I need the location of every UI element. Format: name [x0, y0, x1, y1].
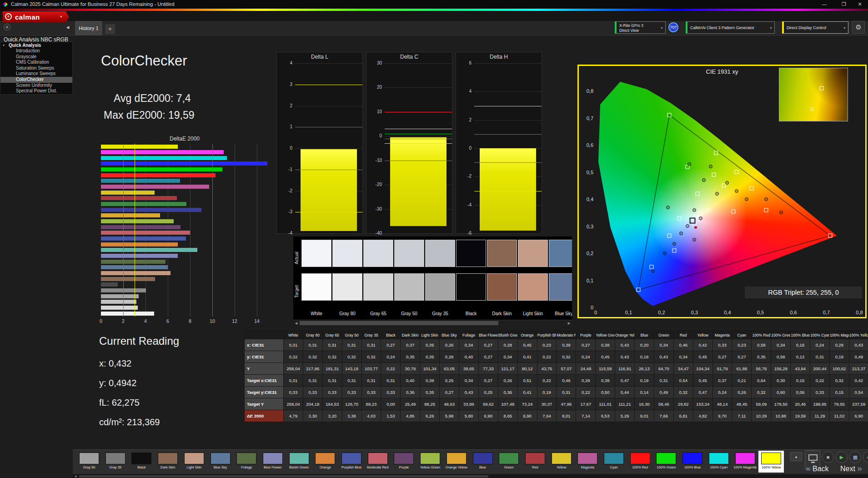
calman-logo[interactable]: ✳ calman ▼	[3, 11, 69, 22]
table-cell: 0,46	[557, 375, 576, 387]
table-cell: 26,13	[635, 363, 654, 375]
cie-target-square	[828, 234, 833, 238]
table-cell: 0,31	[284, 339, 303, 351]
patch-moderate-red[interactable]: Moderate Red	[365, 451, 391, 473]
patch-100-green[interactable]: 100% Green	[653, 451, 679, 473]
play-button[interactable]: ▶	[836, 451, 848, 463]
patch-blue-sky[interactable]: Blue Sky	[208, 451, 233, 473]
patch-yellow-green[interactable]: Yellow Green	[417, 451, 443, 473]
sidebar-item-cms-calibration[interactable]: CMS Calibration	[0, 60, 72, 65]
next-button[interactable]: Next »	[840, 463, 862, 475]
maximize-button[interactable]: ❐	[836, 0, 852, 9]
gear-icon[interactable]: ⚙	[852, 21, 865, 34]
swatch-label: Gray 50	[394, 311, 424, 316]
sidebar-item-root[interactable]: ▾Quick Analysis	[0, 42, 72, 48]
patch-light-skin[interactable]: Light Skin	[181, 451, 207, 473]
patch-orange[interactable]: Orange	[312, 451, 338, 473]
table-cell: 0,25	[478, 387, 498, 398]
patch-gray-35[interactable]: Gray 35	[103, 451, 128, 473]
table-cell: 0,32	[342, 351, 361, 363]
deltae-bar	[101, 161, 267, 166]
cie-target-square	[667, 113, 672, 117]
cie-target-square	[677, 216, 682, 220]
patch-swatch	[552, 453, 572, 464]
chevrons-left-icon: «	[806, 463, 811, 473]
stop-button[interactable]: ■	[822, 451, 834, 463]
patch-gray-50[interactable]: Gray 50	[76, 451, 102, 473]
table-cell: 0,33	[810, 387, 830, 398]
column-header: Blue Sky	[440, 331, 459, 339]
sidebar-item-spectral-power-dist-[interactable]: Spectral Power Dist.	[0, 88, 72, 94]
sidebar-item-luminance-sweeps[interactable]: Luminance Sweeps	[0, 71, 72, 77]
patch-cyan[interactable]: Cyan	[601, 451, 627, 473]
table-cell: 0,33	[712, 339, 732, 351]
table-cell: 103,77	[361, 363, 381, 375]
axis-tick-label: 12	[229, 318, 240, 324]
scrollbar-thumb[interactable]	[300, 321, 498, 325]
scroll-right-icon[interactable]: ▶	[566, 320, 572, 326]
patch-orange-yellow[interactable]: Orange Yellow	[444, 451, 469, 473]
patch-label: Blue Sky	[208, 466, 233, 469]
deltae-bar	[101, 225, 181, 229]
patch-black[interactable]: Black	[129, 451, 154, 473]
patch-red[interactable]: Red	[522, 451, 548, 473]
patch-100-blue[interactable]: 100% Blue	[680, 451, 705, 473]
table-cell: 88,25	[420, 398, 440, 410]
add-tab-button[interactable]: +	[105, 24, 115, 34]
table-cell: 237,59	[849, 398, 868, 410]
swatch-scrollbar[interactable]: ◀ ▶	[293, 320, 572, 326]
patch-foliage[interactable]: Foliage	[234, 451, 259, 473]
back-button[interactable]: « Back	[806, 463, 829, 475]
table-cell: 0,32	[303, 351, 322, 363]
patch-100-magenta[interactable]: 100% Magenta	[733, 451, 758, 473]
pattern-generator-dropdown[interactable]: CalMAN Client 3 Pattern Generator ▼	[686, 21, 775, 34]
sidebar-item-screen-uniformity[interactable]: Screen Uniformity	[0, 83, 72, 89]
patch-label: Red	[522, 466, 548, 469]
table-cell: 0,31	[342, 339, 361, 351]
workspace-menu-button[interactable]	[4, 24, 10, 30]
patch-100-red[interactable]: 100% Red	[627, 451, 653, 473]
patch-100-yellow[interactable]: 100% Yellow	[758, 451, 784, 473]
patch-purple[interactable]: Purple	[391, 451, 416, 473]
sidebar-item-colorchecker[interactable]: ColorChecker	[0, 77, 72, 83]
patch-bluish-green[interactable]: Bluish Green	[286, 451, 312, 473]
sidebar-item-saturation-sweeps[interactable]: Saturation Sweeps	[0, 65, 72, 71]
patch-yellow[interactable]: Yellow	[549, 451, 574, 473]
table-cell: 4,79	[284, 410, 303, 422]
close-button[interactable]: ✕	[852, 0, 868, 9]
sidebar-item-grayscale[interactable]: Grayscale	[0, 54, 72, 60]
patch-swatch	[630, 453, 650, 464]
tree-expander-icon[interactable]: ▾	[3, 42, 5, 48]
column-header: Black	[381, 331, 401, 339]
chart-title: Delta H	[456, 54, 542, 60]
patch-green[interactable]: Green	[496, 451, 522, 473]
patch-dark-skin[interactable]: Dark Skin	[155, 451, 181, 473]
table-cell: 0,45	[693, 351, 712, 363]
row-label-target: Target	[294, 278, 301, 305]
sidebar-item-introduction[interactable]: Introduction	[0, 48, 72, 54]
table-cell: 10,88	[771, 410, 791, 422]
scrollbar-thumb[interactable]	[79, 475, 488, 478]
tab-history-1[interactable]: History 1	[75, 21, 102, 35]
patch-blue-flower[interactable]: Blue Flower	[260, 451, 286, 473]
table-cell: 200,44	[810, 363, 830, 375]
gridline	[385, 136, 452, 136]
scroll-left-icon[interactable]: ◀	[293, 320, 299, 326]
table-row: Y258,04217,86181,31143,19103,770,2230,79…	[245, 363, 868, 375]
axis-tick-label: 1	[277, 124, 292, 129]
patch-blue[interactable]: Blue	[470, 451, 496, 473]
scroll-left-icon[interactable]: ◀	[73, 475, 78, 478]
axis-tick-label: -20	[366, 182, 382, 187]
save-button[interactable]: ▦	[849, 451, 861, 463]
patchbar-scrollbar[interactable]: ◀	[73, 475, 868, 478]
minimize-button[interactable]: —	[816, 0, 833, 9]
patch-purplish-blue[interactable]: Purplish Blue	[339, 451, 364, 473]
patch-magenta[interactable]: Magenta	[575, 451, 600, 473]
sidebar-collapse-button[interactable]: ◀	[64, 24, 71, 31]
meter-dropdown[interactable]: X-Rite i1Pro 3 Direct View ▼	[615, 21, 666, 34]
colorchecker-data-table: WhiteGray 80Gray 65Gray 50Gray 35BlackDa…	[244, 331, 868, 422]
patchbar-expand-button[interactable]: ▲	[790, 452, 802, 461]
display-control-dropdown[interactable]: Direct Display Control ▼	[782, 21, 848, 34]
patch-100-cyan[interactable]: 100% Cyan	[706, 451, 732, 473]
swatch-actual-1	[332, 240, 362, 267]
